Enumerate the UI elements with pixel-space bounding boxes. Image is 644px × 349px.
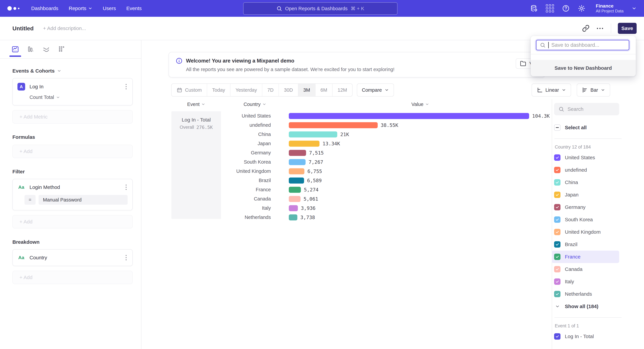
aggregation-select[interactable]: Count Total [30, 94, 128, 100]
value-scale-button[interactable]: Linear [532, 83, 571, 96]
series-filter-panel: Search Select all Country 12 of 184 Unit… [552, 99, 644, 349]
add-metric-button[interactable]: + Add Metric [12, 110, 133, 124]
range-today[interactable]: Today [207, 84, 230, 96]
chevron-down-icon[interactable] [632, 6, 636, 11]
country-checkbox[interactable] [554, 291, 560, 297]
data-management-icon[interactable] [530, 4, 538, 12]
country-checkbox[interactable] [554, 279, 560, 285]
country-row-United States[interactable]: United States [554, 151, 619, 164]
more-options-button[interactable] [596, 24, 604, 32]
mixpanel-logo-icon[interactable] [8, 6, 20, 10]
add-breakdown-button[interactable]: + Add [12, 271, 133, 284]
show-all-row[interactable]: Show all (184) [554, 300, 619, 313]
country-checkbox[interactable] [554, 229, 560, 235]
event-column-header[interactable]: Event [172, 102, 221, 107]
bar-Brazil[interactable] [289, 178, 304, 184]
country-checkbox[interactable] [554, 167, 560, 173]
bar-Netherlands[interactable] [289, 214, 297, 220]
global-search[interactable]: Open Reports & Dashboards ⌘ + K [243, 2, 398, 15]
filter-card[interactable]: Aa Login Method = Manual Password [12, 179, 133, 210]
country-checkbox[interactable] [554, 241, 560, 248]
country-checkbox[interactable] [554, 254, 560, 260]
chart-row: Italy3,936 [221, 204, 552, 213]
range-7d[interactable]: 7D [262, 84, 279, 96]
nav-users[interactable]: Users [103, 5, 116, 11]
metric-kebab-menu[interactable] [124, 83, 128, 90]
breakdown-kebab-menu[interactable] [124, 254, 128, 261]
country-checkbox[interactable] [554, 192, 560, 198]
add-formula-button[interactable]: + Add [12, 145, 133, 158]
range-custom[interactable]: Custom [172, 84, 207, 96]
filter-kebab-menu[interactable] [124, 184, 128, 191]
tab-insights-chart[interactable] [12, 44, 19, 54]
range-30d[interactable]: 30D [279, 84, 298, 96]
bar-Germany[interactable] [289, 150, 306, 156]
bar-undefined[interactable] [289, 122, 378, 128]
country-column-header[interactable]: Country [221, 102, 289, 107]
bar-Japan[interactable] [289, 141, 320, 147]
filter-value[interactable]: Manual Password [38, 195, 128, 205]
settings-gear-icon[interactable] [578, 4, 586, 12]
event-checkbox[interactable] [554, 333, 560, 340]
country-checkbox[interactable] [554, 154, 560, 161]
bar-United States[interactable] [289, 113, 529, 119]
save-dashboard-search-input[interactable]: Save to dashboard... [536, 40, 629, 50]
breakdown-property-name[interactable]: Country [30, 255, 47, 261]
metric-name[interactable]: Log In [30, 84, 44, 89]
country-row-South Korea[interactable]: South Korea [554, 213, 619, 226]
bar-Italy[interactable] [289, 205, 298, 211]
country-row-Netherlands[interactable]: Netherlands [554, 288, 619, 300]
project-switcher[interactable]: Finance All Project Data [596, 3, 624, 13]
value-scale-label: Linear [546, 87, 559, 93]
country-row-United Kingdom[interactable]: United Kingdom [554, 226, 619, 238]
nav-reports[interactable]: Reports [69, 5, 92, 11]
metric-card[interactable]: A Log In Count Total [12, 78, 133, 105]
bar-Canada[interactable] [289, 196, 300, 202]
save-to-new-dashboard-button[interactable]: Save to New Dashboard [531, 60, 636, 76]
country-row-China[interactable]: China [554, 176, 619, 189]
bar-United Kingdom[interactable] [289, 168, 304, 174]
add-filter-button[interactable]: + Add [12, 215, 133, 229]
save-button[interactable]: Save [618, 23, 636, 34]
country-checkbox[interactable] [554, 204, 560, 210]
range-yesterday[interactable]: Yesterday [230, 84, 262, 96]
chart-type-button[interactable]: Bar [577, 83, 610, 96]
tab-bar-chart[interactable] [27, 44, 34, 54]
series-search-input[interactable]: Search [554, 103, 619, 115]
range-6m[interactable]: 6M [316, 84, 332, 96]
country-checkbox[interactable] [554, 179, 560, 186]
nav-dashboards[interactable]: Dashboards [31, 5, 58, 11]
add-description[interactable]: + Add description... [43, 25, 86, 31]
value-column-header[interactable]: Value [289, 102, 552, 107]
copy-link-button[interactable] [582, 24, 590, 32]
bar-South Korea[interactable] [289, 159, 306, 165]
country-row-France[interactable]: France [552, 251, 619, 263]
report-title[interactable]: Untitled [12, 25, 34, 32]
range-3m-selected[interactable]: 3M [298, 84, 316, 96]
select-all-checkbox[interactable] [554, 124, 560, 131]
country-row-Canada[interactable]: Canada [554, 263, 619, 275]
country-row-Italy[interactable]: Italy [554, 275, 619, 288]
events-cohorts-header[interactable]: Events & Cohorts [12, 68, 133, 74]
country-checkbox[interactable] [554, 216, 560, 223]
country-checkbox[interactable] [554, 266, 560, 272]
filter-operator[interactable]: = [24, 195, 36, 205]
event-summary-cell[interactable]: Log In - Total Overall 276.5K [172, 111, 221, 219]
country-row-Brazil[interactable]: Brazil [554, 238, 619, 251]
help-icon[interactable] [562, 4, 570, 12]
breakdown-card[interactable]: Aa Country [12, 249, 133, 266]
country-row-Japan[interactable]: Japan [554, 189, 619, 201]
compare-button[interactable]: Compare [357, 83, 394, 96]
bar-China[interactable] [289, 131, 337, 137]
select-all-row[interactable]: Select all [554, 121, 619, 134]
country-row-Germany[interactable]: Germany [554, 201, 619, 213]
tab-retention[interactable] [58, 44, 66, 54]
nav-events[interactable]: Events [126, 5, 142, 11]
bar-France[interactable] [289, 187, 301, 193]
country-row-undefined[interactable]: undefined [554, 164, 619, 176]
event-checkbox-row[interactable]: Log In - Total [554, 330, 619, 343]
tab-flows[interactable] [42, 44, 50, 54]
range-12m[interactable]: 12M [332, 84, 352, 96]
apps-grid-icon[interactable] [546, 4, 554, 12]
filter-property-name[interactable]: Login Method [30, 184, 60, 190]
